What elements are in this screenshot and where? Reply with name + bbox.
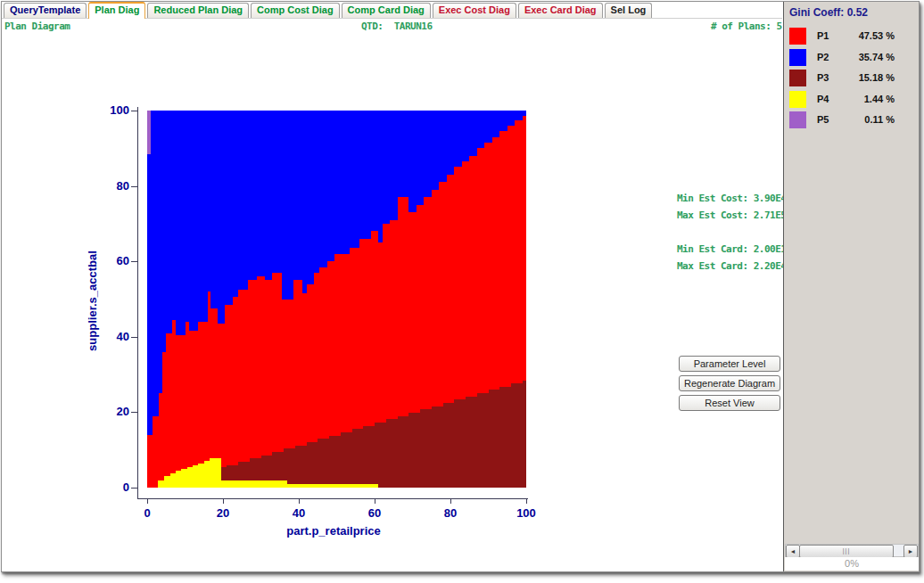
- y-tick: [131, 186, 137, 187]
- legend-row-p1: P147.53 %: [784, 28, 919, 45]
- legend-plan-name: P1: [817, 30, 829, 41]
- x-axis-title: part.p_retailprice: [244, 524, 423, 538]
- x-tick: [375, 498, 375, 504]
- y-axis-title: supplier.s_acctbal: [86, 212, 99, 390]
- x-tick-label: 80: [433, 506, 468, 520]
- x-tick-label: 20: [205, 506, 241, 520]
- y-tick-label: 20: [99, 405, 129, 418]
- button-stack: Parameter LevelRegenerate DiagramReset V…: [679, 356, 780, 415]
- estimate-stats: Min Est Cost: 3.90E4 Max Est Cost: 2.71E…: [677, 190, 786, 275]
- x-tick: [526, 498, 527, 504]
- x-axis-line: [137, 498, 528, 499]
- legend-row-p3: P315.18 %: [784, 70, 919, 86]
- legend-plan-percent: 47.53 %: [836, 30, 895, 41]
- tab-reduced-plan-diag[interactable]: Reduced Plan Diag: [147, 3, 249, 18]
- plan-P5-region[interactable]: [147, 111, 151, 154]
- y-tick-label: 40: [99, 330, 129, 343]
- screen: QueryTemplatePlan DiagReduced Plan DiagC…: [0, 0, 924, 583]
- view-title: Plan Diagram: [4, 21, 70, 32]
- legend-swatch-p2: [789, 49, 806, 66]
- x-tick: [299, 498, 300, 504]
- max-est-cost: Max Est Cost: 2.71E5: [677, 207, 786, 224]
- tab-exec-cost-diag[interactable]: Exec Cost Diag: [433, 3, 516, 18]
- y-tick: [131, 111, 137, 111]
- plan-diagram-plot[interactable]: [147, 111, 526, 488]
- min-est-cost: Min Est Cost: 3.90E4: [677, 190, 786, 207]
- legend-plan-percent: 0.11 %: [836, 114, 895, 125]
- legend-swatch-p3: [789, 70, 806, 86]
- plan-diagram-svg: [147, 111, 526, 488]
- x-tick-label: 40: [281, 506, 317, 520]
- y-tick-label: 60: [99, 254, 129, 267]
- y-tick: [131, 412, 137, 413]
- scrollbar-thumb[interactable]: |||: [799, 545, 894, 558]
- tab-sel-log[interactable]: Sel Log: [605, 3, 653, 18]
- legend-plan-percent: 15.18 %: [836, 72, 895, 83]
- reset-view-button[interactable]: Reset View: [679, 395, 780, 411]
- regenerate-diagram-button[interactable]: Regenerate Diagram: [679, 375, 780, 391]
- picasso-window: QueryTemplatePlan DiagReduced Plan DiagC…: [1, 1, 920, 572]
- tab-comp-cost-diag[interactable]: Comp Cost Diag: [251, 3, 340, 18]
- x-tick-label: 100: [508, 506, 544, 520]
- x-tick: [223, 498, 224, 504]
- qtd-label: QTD: TARUN16: [361, 21, 433, 32]
- tab-exec-card-diag[interactable]: Exec Card Diag: [518, 3, 603, 18]
- progress-percent: 0%: [785, 557, 919, 571]
- x-tick-label: 60: [357, 506, 392, 520]
- y-tick: [131, 261, 137, 262]
- y-tick-label: 80: [99, 179, 129, 193]
- gini-coeff-label: Gini Coeff: 0.52: [789, 6, 868, 19]
- legend-plan-percent: 1.44 %: [836, 94, 895, 104]
- tab-comp-card-diag[interactable]: Comp Card Diag: [342, 3, 431, 18]
- x-tick-label: 0: [129, 506, 165, 520]
- legend-row-p2: P235.74 %: [784, 49, 919, 66]
- y-tick: [131, 488, 137, 489]
- y-axis-line: [137, 107, 138, 499]
- scroll-right-icon[interactable]: ►: [903, 545, 918, 558]
- tab-plan-diag[interactable]: Plan Diag: [88, 2, 145, 19]
- plans-count-label: # of Plans: 5: [711, 21, 782, 32]
- tab-querytemplate[interactable]: QueryTemplate: [4, 3, 87, 18]
- min-est-card: Min Est Card: 2.00E1: [677, 241, 786, 258]
- tab-bar: QueryTemplatePlan DiagReduced Plan DiagC…: [2, 2, 782, 19]
- x-tick: [147, 498, 148, 504]
- y-tick-label: 100: [99, 103, 129, 117]
- scroll-left-icon[interactable]: ◄: [786, 545, 800, 558]
- legend-swatch-p5: [789, 111, 806, 128]
- horizontal-scrollbar[interactable]: ◄ ||| ►: [785, 544, 919, 557]
- legend-plan-name: P3: [817, 72, 829, 83]
- max-est-card: Max Est Card: 2.20E4: [677, 258, 786, 275]
- legend-row-p5: P50.11 %: [784, 111, 919, 128]
- legend-plan-percent: 35.74 %: [836, 52, 895, 62]
- y-tick: [131, 337, 137, 338]
- legend-row-p4: P41.44 %: [784, 91, 919, 108]
- legend-swatch-p4: [789, 91, 806, 108]
- legend-swatch-p1: [789, 28, 806, 45]
- legend-plan-name: P2: [817, 52, 829, 62]
- y-tick-label: 0: [99, 480, 129, 494]
- legend-panel: Gini Coeff: 0.52 P147.53 %P235.74 %P315.…: [783, 2, 919, 571]
- parameter-level-button[interactable]: Parameter Level: [679, 356, 780, 372]
- legend-plan-name: P5: [817, 114, 829, 125]
- x-tick: [450, 498, 451, 504]
- legend-plan-name: P4: [817, 94, 829, 104]
